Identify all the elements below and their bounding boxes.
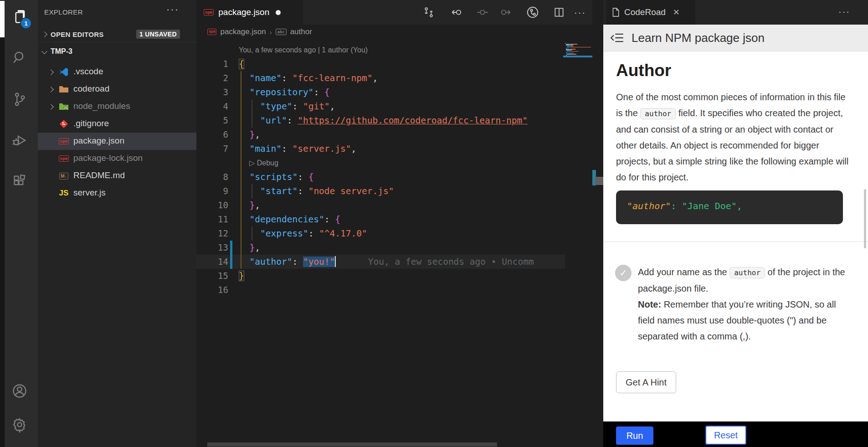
breadcrumb-separator-icon: › — [270, 28, 272, 36]
unsaved-badge: 1 UNSAVED — [136, 30, 180, 39]
code-line-14[interactable]: 14 "author": "you!" You, a few seconds a… — [196, 255, 565, 269]
file-row-package-json[interactable]: npmpackage.json — [38, 133, 196, 150]
explorer-icon[interactable]: 1 — [10, 8, 29, 26]
inline-code-chip: author — [640, 108, 676, 119]
codelens[interactable]: ▷ Debug — [196, 156, 565, 170]
open-changes-icon[interactable] — [421, 5, 436, 20]
file-label: .vscode — [73, 67, 103, 77]
code-line-1[interactable]: 1{ — [196, 57, 565, 71]
code-line-16[interactable]: 16 — [196, 283, 565, 297]
tutorial-title: Learn NPM package json — [632, 31, 765, 45]
chevron-right-icon — [48, 104, 54, 110]
file-label: .gitignore — [73, 118, 109, 128]
reset-button[interactable]: Reset — [705, 426, 746, 445]
account-icon[interactable] — [10, 382, 29, 400]
modified-line-marker — [230, 255, 232, 269]
search-icon[interactable] — [10, 48, 29, 67]
get-hint-button[interactable]: Get A Hint — [616, 371, 676, 393]
file-label: server.js — [73, 188, 106, 198]
file-row-node-modules[interactable]: JSnode_modules — [38, 98, 196, 115]
run-debug-icon[interactable] — [10, 131, 29, 149]
file-label: README.md — [73, 170, 125, 180]
tab-coderoad[interactable]: CodeRoad ✕ — [606, 0, 695, 25]
panel-more-actions-icon[interactable]: ··· — [838, 6, 850, 17]
current-change-icon[interactable] — [475, 5, 490, 20]
git-file-icon — [58, 118, 70, 129]
horizontal-scrollbar[interactable] — [207, 442, 497, 447]
editor-scrollbar[interactable] — [592, 0, 603, 447]
window-edge-dark — [0, 37, 5, 447]
npm-file-icon: npm — [58, 136, 70, 147]
code-line-3[interactable]: 3 "repository": { — [196, 85, 565, 99]
explorer-more-icon[interactable]: ··· — [166, 4, 179, 15]
scrollbar-thumb[interactable] — [595, 177, 603, 185]
breadcrumb-symbol[interactable]: author — [290, 27, 312, 36]
panel-scrollbar[interactable] — [864, 189, 866, 248]
panel-tab-bar: CodeRoad ✕ ··· — [603, 0, 868, 25]
file-row-coderoad[interactable]: coderoad — [38, 81, 196, 98]
file-row-readme-md[interactable]: M↓README.md — [38, 167, 196, 185]
tab-package-json[interactable]: npm package.json — [196, 0, 303, 25]
code-line-11[interactable]: 11 "dependencies": { — [196, 212, 565, 226]
editor-more-actions-icon[interactable]: ··· — [573, 5, 587, 20]
lesson-heading: Author — [616, 61, 671, 80]
explorer-sidebar: EXPLORER ··· OPEN EDITORS 1 UNSAVED TMP-… — [38, 0, 196, 447]
tab-coderoad-label: CodeRoad — [624, 7, 666, 17]
line-number: 1 — [196, 57, 228, 71]
open-editors-label: OPEN EDITORS — [51, 31, 104, 38]
file-history-icon[interactable] — [525, 5, 540, 20]
collapse-menu-icon[interactable] — [611, 32, 624, 44]
source-control-icon[interactable] — [10, 90, 29, 108]
file-label: coderoad — [73, 84, 109, 94]
code-line-10[interactable]: 10 }, — [196, 198, 565, 212]
line-number: 14 — [196, 255, 228, 269]
dirty-indicator-icon[interactable] — [276, 10, 281, 15]
line-number: 3 — [196, 85, 228, 99]
code-line-6[interactable]: 6 }, — [196, 128, 565, 142]
symbol-string-icon: abc — [276, 29, 287, 35]
code-line-7[interactable]: 7 "main": "server.js", — [196, 142, 565, 156]
file-row--vscode[interactable]: .vscode — [38, 63, 196, 81]
file-tree: .vscodecoderoadJSnode_modules.gitignoren… — [38, 63, 196, 202]
previous-change-icon[interactable] — [450, 5, 464, 20]
npm-file-icon: npm — [58, 153, 70, 164]
bracket-guide — [241, 71, 241, 269]
line-number: 2 — [196, 71, 228, 85]
code-line-15[interactable]: 15} — [196, 269, 565, 283]
npm-icon: npm — [204, 9, 214, 15]
line-number: 12 — [196, 226, 228, 241]
file-row-server-js[interactable]: JSserver.js — [38, 185, 196, 202]
run-button[interactable]: Run — [616, 426, 653, 445]
code-area[interactable]: You, a few seconds ago | 1 author (You)1… — [196, 43, 565, 297]
code-line-13[interactable]: 13 }, — [196, 241, 565, 255]
md-file-icon: M↓ — [58, 170, 70, 181]
line-number: 7 — [196, 142, 228, 156]
example-code-block: "author": "Jane Doe", — [616, 190, 843, 224]
line-number: 10 — [196, 198, 228, 212]
settings-gear-icon[interactable] — [10, 416, 29, 434]
window-edge-white — [0, 1, 5, 37]
code-line-2[interactable]: 2 "name": "fcc-learn-npm", — [196, 71, 565, 85]
editor-group: npm package.json ··· — [196, 0, 603, 447]
file-label: package-lock.json — [73, 153, 143, 163]
file-label: package.json — [73, 136, 124, 146]
split-editor-icon[interactable] — [552, 5, 566, 20]
line-number: 4 — [196, 99, 228, 113]
extensions-icon[interactable] — [10, 172, 29, 190]
open-editors-section[interactable]: OPEN EDITORS 1 UNSAVED — [38, 27, 196, 42]
breadcrumb: npm package.json › abc author — [207, 25, 312, 39]
line-number: 5 — [196, 113, 228, 128]
activity-bar: 1 — [0, 0, 38, 447]
next-change-icon[interactable] — [498, 5, 513, 20]
code-line-8[interactable]: 8 "scripts": { — [196, 170, 565, 184]
line-number: 15 — [196, 269, 228, 283]
breadcrumb-file[interactable]: package.json — [220, 27, 266, 36]
tab-label: package.json — [218, 7, 269, 17]
file-row--gitignore[interactable]: .gitignore — [38, 115, 196, 133]
file-row-package-lock-json[interactable]: npmpackage-lock.json — [38, 150, 196, 167]
close-icon[interactable]: ✕ — [673, 7, 680, 17]
js-file-icon: JS — [58, 188, 70, 199]
task-text: Add your name as the author of the proje… — [638, 264, 852, 344]
codelens[interactable]: You, a few seconds ago | 1 author (You) — [196, 43, 565, 57]
workspace-root-row[interactable]: TMP-3 — [38, 44, 196, 60]
